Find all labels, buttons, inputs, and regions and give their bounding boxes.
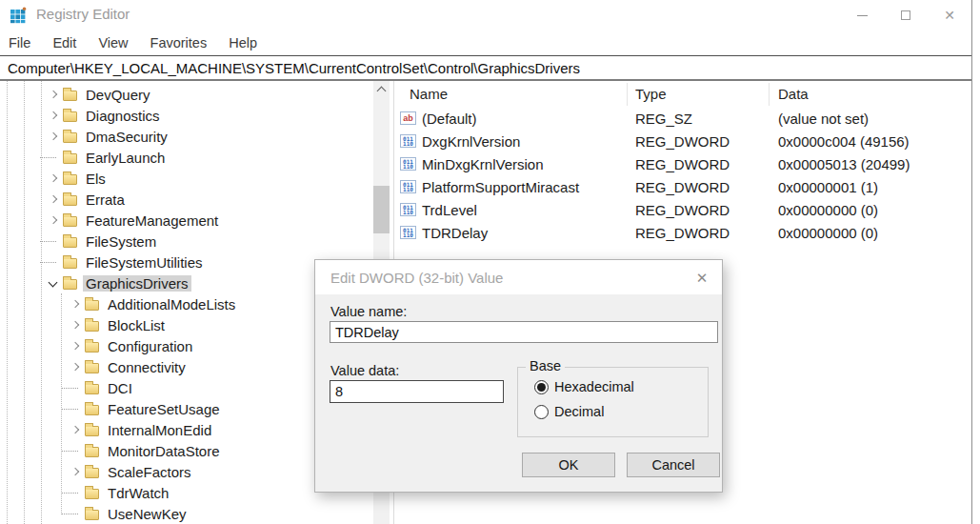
value-name-input[interactable]: TDRDelay xyxy=(330,321,718,343)
value-data: 0x00000001 (1) xyxy=(778,179,878,195)
folder-icon xyxy=(63,132,77,143)
dword-value-icon xyxy=(400,226,416,239)
menu-bar: File Edit View Favorites Help xyxy=(0,30,980,55)
folder-icon xyxy=(63,111,77,122)
tree-item[interactable]: EarlyLaunch xyxy=(0,147,373,168)
tree-item-label: EarlyLaunch xyxy=(83,150,168,166)
scrollbar-thumb[interactable] xyxy=(373,186,390,233)
chevron-right-icon[interactable] xyxy=(46,84,63,105)
value-data-label: Value data: xyxy=(330,363,399,378)
tree-item[interactable]: DmaSecurity xyxy=(0,126,373,147)
dword-value-icon xyxy=(400,134,416,148)
column-header-data[interactable]: Data xyxy=(778,86,809,102)
edit-dword-dialog: Edit DWORD (32-bit) Value ✕ Value name: … xyxy=(314,259,723,493)
list-row[interactable]: DxgKrnlVersion REG_DWORD 0x0000c004 (491… xyxy=(395,131,971,153)
value-data-input[interactable]: 8 xyxy=(330,380,504,403)
tree-item[interactable]: Errata xyxy=(0,189,373,210)
tree-item-label: Connectivity xyxy=(105,359,189,375)
folder-icon xyxy=(85,300,99,311)
tree-item-label: DmaSecurity xyxy=(83,129,170,145)
cancel-button[interactable]: Cancel xyxy=(627,453,720,477)
column-separator[interactable] xyxy=(769,83,770,106)
folder-icon xyxy=(85,342,99,353)
tree-item[interactable]: DevQuery xyxy=(0,84,373,105)
menu-edit[interactable]: Edit xyxy=(52,35,76,50)
minimize-icon xyxy=(857,15,868,16)
value-data: 0x00000000 (0) xyxy=(778,225,878,241)
chevron-right-icon[interactable] xyxy=(46,168,63,189)
chevron-right-icon[interactable] xyxy=(46,210,63,231)
chevron-right-icon[interactable] xyxy=(68,356,85,377)
value-data: (value not set) xyxy=(778,111,869,127)
tree-item-label: TdrWatch xyxy=(105,485,171,501)
dword-value-icon xyxy=(400,203,416,216)
tree-item-label: GraphicsDrivers xyxy=(83,275,191,292)
tree-item-label: DCI xyxy=(105,380,135,396)
column-header-type[interactable]: Type xyxy=(635,86,667,102)
dialog-close-button[interactable]: ✕ xyxy=(691,268,712,289)
close-button[interactable]: ✕ xyxy=(928,0,971,30)
chevron-right-icon[interactable] xyxy=(68,293,85,314)
value-data: 0x00000000 (0) xyxy=(778,202,878,218)
menu-favorites[interactable]: Favorites xyxy=(150,35,208,50)
folder-icon xyxy=(63,237,77,248)
chevron-right-icon[interactable] xyxy=(68,461,85,482)
tree-item-label: DevQuery xyxy=(83,87,153,103)
folder-icon xyxy=(63,279,77,290)
menu-view[interactable]: View xyxy=(98,35,128,50)
chevron-right-icon[interactable] xyxy=(68,419,85,440)
list-row[interactable]: TrdLevel REG_DWORD 0x00000000 (0) xyxy=(395,199,971,222)
tree-item[interactable]: Els xyxy=(0,168,373,189)
base-groupbox: Base Hexadecimal Decimal xyxy=(517,367,709,437)
radio-selected-icon[interactable] xyxy=(534,380,549,394)
value-name: PlatformSupportMiracast xyxy=(422,179,579,195)
list-row[interactable]: PlatformSupportMiracast REG_DWORD 0x0000… xyxy=(395,176,971,199)
chevron-down-icon[interactable] xyxy=(46,272,63,293)
tree-line-dash xyxy=(68,440,85,461)
chevron-right-icon[interactable] xyxy=(46,126,63,147)
folder-icon xyxy=(85,510,99,520)
tree-line-dash xyxy=(68,503,85,524)
address-bar[interactable]: Computer\HKEY_LOCAL_MACHINE\SYSTEM\Curre… xyxy=(0,55,972,81)
maximize-button[interactable] xyxy=(884,0,928,30)
radio-label: Hexadecimal xyxy=(554,379,634,394)
chevron-right-icon[interactable] xyxy=(68,335,85,356)
list-rows: (Default) REG_SZ (value not set) DxgKrnl… xyxy=(395,108,971,245)
chevron-right-icon[interactable] xyxy=(46,105,63,126)
radio-decimal[interactable]: Decimal xyxy=(534,404,604,419)
chevron-right-icon[interactable] xyxy=(68,314,85,335)
chevron-right-icon[interactable] xyxy=(46,189,63,210)
tree-line-dash xyxy=(68,482,85,503)
folder-icon xyxy=(63,153,77,164)
value-name: TDRDelay xyxy=(422,225,488,241)
column-header-name[interactable]: Name xyxy=(410,86,448,102)
radio-unselected-icon[interactable] xyxy=(534,405,549,419)
tree-item[interactable]: UseNewKey xyxy=(0,503,373,524)
menu-file[interactable]: File xyxy=(9,35,30,50)
column-separator[interactable] xyxy=(627,83,628,106)
value-data: 0x0000c004 (49156) xyxy=(778,133,910,150)
tree-line-dash xyxy=(68,377,85,398)
address-path: Computer\HKEY_LOCAL_MACHINE\SYSTEM\Curre… xyxy=(8,60,580,76)
folder-icon xyxy=(63,174,77,185)
minimize-button[interactable] xyxy=(840,0,884,30)
scroll-up-button[interactable] xyxy=(373,81,390,97)
ok-button[interactable]: OK xyxy=(522,453,615,477)
title-bar: Registry Editor ✕ xyxy=(0,0,980,30)
value-type: REG_DWORD xyxy=(635,156,730,172)
string-value-icon xyxy=(400,111,416,125)
value-type: REG_DWORD xyxy=(635,202,730,218)
radio-hexadecimal[interactable]: Hexadecimal xyxy=(534,379,634,394)
value-name: (Default) xyxy=(422,111,477,127)
tree-item[interactable]: FeatureManagement xyxy=(0,210,373,231)
tree-item-label: MonitorDataStore xyxy=(105,443,223,459)
list-row[interactable]: TDRDelay REG_DWORD 0x00000000 (0) xyxy=(395,222,971,245)
tree-item[interactable]: Diagnostics xyxy=(0,105,373,126)
folder-icon xyxy=(85,405,99,415)
list-row[interactable]: MinDxgKrnlVersion REG_DWORD 0x00005013 (… xyxy=(395,153,971,176)
tree-item[interactable]: FileSystem xyxy=(0,231,373,252)
value-data: 0x00005013 (20499) xyxy=(778,156,910,172)
tree-item-label: Configuration xyxy=(105,338,195,354)
menu-help[interactable]: Help xyxy=(229,35,257,50)
list-row[interactable]: (Default) REG_SZ (value not set) xyxy=(395,108,971,131)
